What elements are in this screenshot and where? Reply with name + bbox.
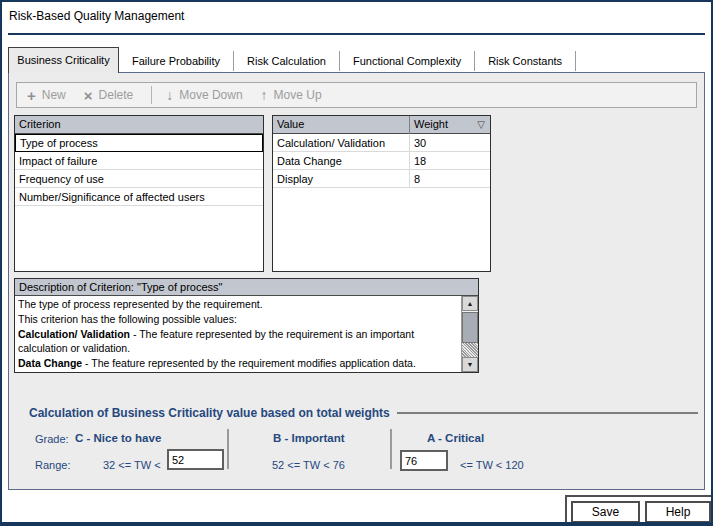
grade-separator — [390, 429, 392, 469]
description-line: Calculation/ Validation - The feature re… — [18, 327, 461, 342]
grade-label: Grade: — [35, 433, 69, 445]
risk-based-quality-management-window: Risk-Based Quality Management Business C… — [0, 0, 713, 526]
description-line: This criterion has the following possibl… — [18, 312, 461, 327]
move-up-button[interactable]: ↑ Move Up — [261, 88, 322, 102]
scroll-up-button[interactable]: ▲ — [462, 296, 478, 311]
table-row[interactable]: Type of process — [15, 134, 263, 152]
grade-c-name: C - Nice to have — [75, 432, 161, 444]
tab-content-panel: + New × Delete ↓ Move Down ↑ Move Up Cri… — [8, 72, 705, 490]
weight-cell: 30 — [410, 137, 490, 149]
value-table: Value Weight ▽ Calculation/ Validation 3… — [272, 115, 491, 272]
value-cell: Calculation/ Validation — [273, 134, 410, 151]
move-down-button[interactable]: ↓ Move Down — [166, 88, 242, 102]
value-cell: Display — [273, 170, 410, 187]
delete-button[interactable]: × Delete — [84, 88, 133, 103]
page-title: Risk-Based Quality Management — [9, 9, 184, 23]
grade-a-threshold-input[interactable] — [400, 450, 448, 471]
description-line: Data Change - The feature represented by… — [18, 356, 461, 371]
scroll-up-icon: ▲ — [467, 300, 474, 307]
grade-c-range-prefix: 32 <= TW < — [103, 459, 161, 471]
tab-bar: Failure Probability Risk Calculation Fun… — [119, 50, 576, 71]
scrollbar-track[interactable] — [462, 343, 478, 357]
title-separator — [8, 33, 705, 35]
value-column-header: Value — [273, 116, 410, 134]
toolbar-separator — [151, 86, 152, 104]
table-row[interactable]: Impact of failure — [15, 152, 263, 170]
weight-column-header[interactable]: Weight ▽ — [410, 116, 490, 134]
description-line: The type of process represented by the r… — [18, 297, 461, 312]
toolbar: + New × Delete ↓ Move Down ↑ Move Up — [16, 82, 697, 108]
criterion-column-header: Criterion — [15, 116, 61, 134]
description-body: The type of process represented by the r… — [15, 296, 478, 372]
grade-a-name: A - Critical — [427, 432, 484, 444]
save-button[interactable]: Save — [571, 501, 640, 523]
move-down-button-label: Move Down — [179, 88, 242, 102]
delete-button-label: Delete — [99, 88, 134, 102]
criterion-cell: Type of process — [16, 137, 98, 149]
table-row[interactable]: Display 8 — [273, 170, 490, 188]
sort-descending-icon: ▽ — [477, 116, 485, 133]
table-row[interactable]: Data Change 18 — [273, 152, 490, 170]
range-label: Range: — [35, 459, 70, 471]
description-text: The type of process represented by the r… — [15, 296, 461, 372]
tab-business-criticality[interactable]: Business Criticality — [8, 47, 119, 73]
table-row[interactable]: Frequency of use — [15, 170, 263, 188]
value-cell: Data Change — [273, 152, 410, 169]
down-arrow-icon: ↓ — [166, 88, 173, 102]
criterion-cell: Number/Significance of affected users — [15, 191, 205, 203]
criterion-cell: Impact of failure — [15, 155, 97, 167]
scroll-down-icon: ▼ — [467, 361, 474, 368]
grade-a-range-suffix: <= TW < 120 — [460, 459, 524, 471]
description-line: calculation or validation. — [18, 341, 461, 356]
tab-functional-complexity[interactable]: Functional Complexity — [340, 51, 475, 71]
up-arrow-icon: ↑ — [261, 88, 268, 102]
footer-button-bar: Save Help — [565, 495, 713, 526]
scrollbar-thumb[interactable] — [462, 312, 478, 343]
criterion-table: Criterion Type of process Impact of fail… — [14, 115, 264, 272]
new-button[interactable]: + New — [27, 88, 66, 103]
weight-column-header-label: Weight — [414, 116, 448, 133]
criterion-cell: Frequency of use — [15, 173, 104, 185]
scroll-down-button[interactable]: ▼ — [462, 357, 478, 372]
value-table-header: Value Weight ▽ — [273, 116, 490, 134]
tab-failure-probability[interactable]: Failure Probability — [119, 51, 234, 71]
x-icon: × — [84, 88, 93, 103]
grade-separator — [227, 429, 229, 469]
table-row[interactable]: Number/Significance of affected users — [15, 188, 263, 206]
grade-b-range: 52 <= TW < 76 — [272, 459, 345, 471]
grade-c-threshold-input[interactable] — [167, 449, 224, 470]
description-scrollbar[interactable]: ▲ ▼ — [461, 296, 478, 372]
calculation-section-title: Calculation of Business Criticality valu… — [29, 406, 390, 420]
description-header: Description of Criterion: "Type of proce… — [15, 279, 478, 296]
weight-cell: 18 — [410, 155, 490, 167]
calculation-section-rule — [397, 412, 698, 414]
tab-risk-constants[interactable]: Risk Constants — [475, 51, 576, 71]
grade-b-name: B - Important — [273, 432, 345, 444]
description-box: Description of Criterion: "Type of proce… — [14, 278, 479, 373]
weight-cell: 8 — [410, 173, 490, 185]
tab-risk-calculation[interactable]: Risk Calculation — [234, 51, 340, 71]
help-button[interactable]: Help — [645, 501, 711, 523]
move-up-button-label: Move Up — [274, 88, 322, 102]
calculation-section: Calculation of Business Criticality valu… — [29, 405, 698, 420]
criterion-table-header: Criterion — [15, 116, 263, 134]
table-row[interactable]: Calculation/ Validation 30 — [273, 134, 490, 152]
plus-icon: + — [27, 88, 36, 103]
new-button-label: New — [42, 88, 66, 102]
